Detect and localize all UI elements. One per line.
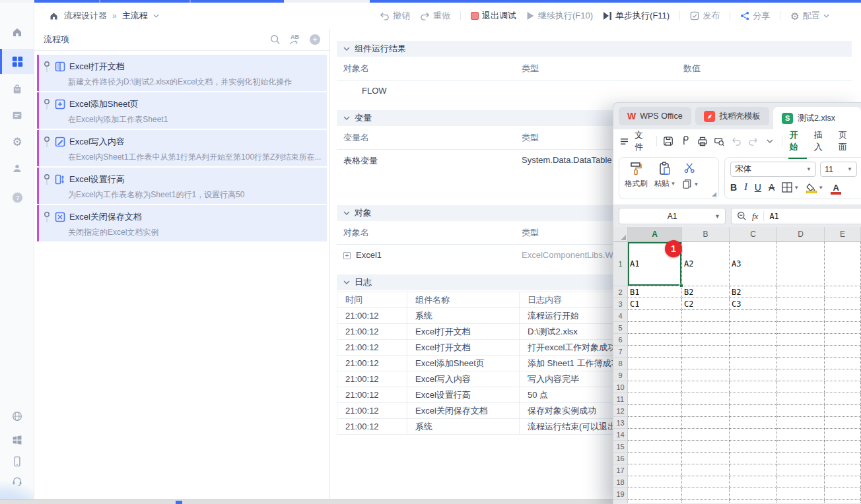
grid-cell-C17[interactable] xyxy=(730,464,777,476)
grid-cell-C19[interactable] xyxy=(730,488,777,500)
grid-cell-A20[interactable] xyxy=(628,500,682,503)
grid-cell-D7[interactable] xyxy=(777,346,825,358)
row-header-11[interactable]: 11 xyxy=(613,393,628,405)
row-header-6[interactable]: 6 xyxy=(613,334,628,346)
wps-undo-icon[interactable] xyxy=(731,137,742,146)
grid-cell-A11[interactable] xyxy=(628,393,682,405)
grid-cell-B20[interactable] xyxy=(682,500,730,503)
connector-node-icon[interactable] xyxy=(43,135,51,148)
connector-node-icon[interactable] xyxy=(43,98,51,111)
grid-cell-D19[interactable] xyxy=(777,488,825,500)
row-header-16[interactable]: 16 xyxy=(613,453,628,464)
grid-cell-E3[interactable] xyxy=(825,298,861,310)
hamburger-icon[interactable] xyxy=(620,138,629,145)
grid-cell-C20[interactable] xyxy=(730,500,777,503)
grid-cell-E7[interactable] xyxy=(825,346,861,358)
grid-cell-C5[interactable] xyxy=(730,322,777,334)
grid-cell-A7[interactable] xyxy=(628,346,682,358)
grid-cell-A8[interactable] xyxy=(628,358,682,369)
grid-cell-B3[interactable]: C2 xyxy=(682,298,730,310)
scrollbar-thumb[interactable] xyxy=(176,501,182,504)
grid-cell-E8[interactable] xyxy=(825,358,861,369)
sidebar-item-language[interactable] xyxy=(0,404,34,429)
sidebar-item-records[interactable] xyxy=(0,103,34,128)
sidebar-item-help[interactable]: ? xyxy=(0,185,34,210)
format-painter-button[interactable]: 格式刷 xyxy=(625,162,648,199)
grid-cell-D8[interactable] xyxy=(777,358,825,369)
ribbon-tab-home[interactable]: 开始 xyxy=(788,129,807,159)
grid-cell-B13[interactable] xyxy=(682,417,730,429)
print-preview-icon[interactable] xyxy=(714,136,725,146)
connector-node-icon[interactable] xyxy=(43,210,51,224)
config-button[interactable]: ⚙ 配置 xyxy=(790,10,829,22)
grid-cell-E10[interactable] xyxy=(825,381,861,393)
grid-cell-D11[interactable] xyxy=(777,393,825,405)
grid-cell-B4[interactable] xyxy=(682,310,730,322)
sidebar-item-support[interactable] xyxy=(0,468,34,493)
grid-cell-B15[interactable] xyxy=(682,441,730,453)
grid-cell-B2[interactable]: B2 xyxy=(682,286,730,298)
grid-cell-C10[interactable] xyxy=(730,381,777,393)
redo-button[interactable]: 重做 xyxy=(420,10,450,22)
grid-cell-C4[interactable] xyxy=(730,310,777,322)
grid-cell-E15[interactable] xyxy=(825,441,861,453)
grid-cell-C7[interactable] xyxy=(730,346,777,358)
grid-cell-E1[interactable] xyxy=(825,242,861,286)
connector-node-icon[interactable] xyxy=(43,173,51,186)
column-header-E[interactable]: E xyxy=(825,227,861,242)
sidebar-item-market[interactable] xyxy=(0,77,34,102)
font-color-button[interactable]: A xyxy=(831,183,841,193)
flow-item-excel-open[interactable]: Excel打开文档 新建文件路径为D:\测试2.xlsx的Excel文档，并实例… xyxy=(37,55,327,91)
grid-cell-D16[interactable] xyxy=(777,453,825,464)
group-expand-icon[interactable]: ◢ xyxy=(712,191,716,197)
grid-cell-A13[interactable] xyxy=(628,417,682,429)
row-header-14[interactable]: 14 xyxy=(613,429,628,441)
wps-tab-document[interactable]: S 测试2.xlsx xyxy=(773,107,861,129)
column-header-D[interactable]: D xyxy=(777,227,825,242)
fill-handle[interactable] xyxy=(679,284,683,288)
italic-button[interactable]: I xyxy=(744,182,747,193)
grid-cell-E12[interactable] xyxy=(825,405,861,417)
connector-node-icon[interactable] xyxy=(43,60,51,73)
continue-run-button[interactable]: 继续执行(F10) xyxy=(526,10,593,22)
chevron-down-icon[interactable] xyxy=(153,14,159,18)
add-step-icon[interactable]: + xyxy=(310,34,320,45)
grid-cell-C16[interactable] xyxy=(730,453,777,464)
row-header-8[interactable]: 8 xyxy=(613,358,628,369)
row-header-19[interactable]: 19 xyxy=(613,488,628,500)
grid-cell-E6[interactable] xyxy=(825,334,861,346)
results-row-flow[interactable]: FLOW xyxy=(337,80,852,101)
section-header[interactable]: 组件运行结果 xyxy=(337,41,852,57)
grid-cell-C11[interactable] xyxy=(730,393,777,405)
ribbon-tab-page[interactable]: 页面 xyxy=(837,129,856,153)
grid-cell-D6[interactable] xyxy=(777,334,825,346)
grid-cell-C18[interactable] xyxy=(730,476,777,488)
grid-cell-E18[interactable] xyxy=(825,476,861,488)
grid-cell-D14[interactable] xyxy=(777,429,825,441)
wps-file-menu[interactable]: 文件 xyxy=(635,129,650,153)
formula-bar[interactable]: fx A1 xyxy=(731,208,861,224)
grid-cell-E17[interactable] xyxy=(825,464,861,476)
grid-cell-A2[interactable]: B1 xyxy=(628,286,682,298)
grid-cell-A19[interactable] xyxy=(628,488,682,500)
grid-cell-D20[interactable] xyxy=(777,500,825,503)
wps-tab-docer[interactable]: 找稻壳模板 xyxy=(695,107,770,125)
row-header-3[interactable]: 3 xyxy=(613,298,628,310)
row-header-20[interactable]: 20 xyxy=(613,500,628,503)
row-header-12[interactable]: 12 xyxy=(613,405,628,417)
row-header-2[interactable]: 2 xyxy=(613,286,628,298)
grid-cell-D9[interactable] xyxy=(777,369,825,381)
copy-icon[interactable] xyxy=(682,179,692,189)
row-header-13[interactable]: 13 xyxy=(613,417,628,429)
borders-button[interactable]: ▼ xyxy=(782,182,799,193)
grid-cell-C8[interactable] xyxy=(730,358,777,369)
grid-cell-A15[interactable] xyxy=(628,441,682,453)
wps-redo-icon[interactable] xyxy=(747,137,759,146)
grid-cell-B18[interactable] xyxy=(682,476,730,488)
grid-cell-B16[interactable] xyxy=(682,453,730,464)
flow-item-excel-write[interactable]: Excel写入内容 在Excel内Sheet1工作表中从第1行第A列开始至第10… xyxy=(37,130,327,166)
grid-cell-A16[interactable] xyxy=(628,453,682,464)
grid-cell-D13[interactable] xyxy=(777,417,825,429)
sidebar-item-user[interactable] xyxy=(0,156,34,181)
grid-cell-E11[interactable] xyxy=(825,393,861,405)
